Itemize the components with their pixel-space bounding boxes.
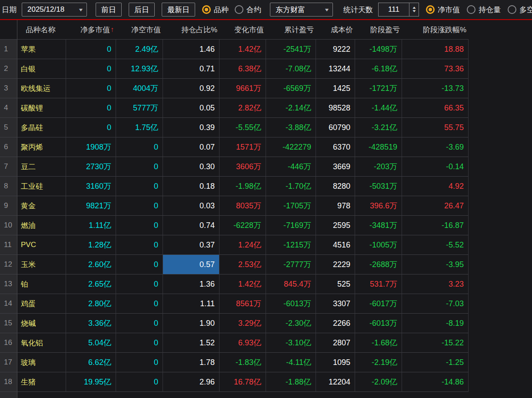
table-cell[interactable]: -6228万 [219,216,266,235]
cell-variety-name[interactable]: 黄金 [17,196,66,216]
table-cell[interactable]: 978 [316,196,355,216]
next-day-button[interactable]: 后日 [129,3,155,17]
table-cell[interactable]: 0 [116,196,163,216]
table-cell[interactable]: -1705万 [266,196,316,216]
row-index[interactable]: 15 [0,314,17,333]
table-cell[interactable]: 0 [66,98,116,118]
table-cell[interactable]: 5777万 [116,98,163,118]
table-cell[interactable]: 0.39 [163,118,219,137]
table-cell[interactable]: 98528 [316,98,355,118]
cell-variety-name[interactable]: 玻璃 [17,353,66,372]
cell-variety-name[interactable]: 欧线集运 [17,79,66,98]
table-cell[interactable]: -13.73 [402,79,469,98]
table-cell[interactable]: -1.83亿 [219,353,266,372]
table-cell[interactable]: 0.30 [163,157,219,177]
header-net-long-value[interactable]: 净多市值↑ [66,20,116,40]
table-cell[interactable]: -428519 [355,137,402,157]
table-cell[interactable]: 66.35 [402,98,469,118]
table-cell[interactable]: -203万 [355,157,402,177]
table-cell[interactable]: 18.88 [402,40,469,59]
table-cell[interactable]: -7169万 [266,216,316,235]
table-cell[interactable]: -3.21亿 [355,118,402,137]
table-cell[interactable]: 12204 [316,372,355,392]
table-cell[interactable]: 0 [116,274,163,294]
table-cell[interactable]: 8280 [316,177,355,196]
table-cell[interactable]: 16.78亿 [219,372,266,392]
row-index[interactable]: 10 [0,216,17,235]
table-cell[interactable]: 3606万 [219,157,266,177]
table-cell[interactable]: 1.11 [163,294,219,314]
cell-variety-name[interactable]: 生猪 [17,372,66,392]
table-cell[interactable]: 2.53亿 [219,255,266,274]
table-cell[interactable]: 1.75亿 [116,118,163,137]
table-cell[interactable]: 0 [116,372,163,392]
table-cell[interactable]: 0 [116,353,163,372]
table-cell[interactable]: -6013万 [355,314,402,333]
table-cell[interactable]: -1.88亿 [266,372,316,392]
table-cell[interactable]: -1498万 [355,40,402,59]
table-row[interactable]: 9黄金9821万00.038035万-1705万978396.6万26.47 [0,196,469,216]
header-cost-price[interactable]: 成本价 [316,20,355,40]
table-cell[interactable]: -1215万 [266,235,316,255]
table-cell[interactable]: 531.7万 [355,274,402,294]
table-row[interactable]: 2白银012.93亿0.716.38亿-7.08亿13244-6.18亿73.3… [0,59,469,79]
table-cell[interactable]: 1425 [316,79,355,98]
row-index[interactable]: 7 [0,157,17,177]
radio-option[interactable]: 持仓量 [467,5,501,15]
table-cell[interactable]: 0 [66,79,116,98]
table-row[interactable]: 13铂2.65亿01.361.42亿845.4万525531.7万3.23 [0,274,469,294]
table-row[interactable]: 14鸡蛋2.80亿01.118561万-6013万3307-6017万-7.03 [0,294,469,314]
table-cell[interactable]: -422279 [266,137,316,157]
table-cell[interactable]: -5.55亿 [219,118,266,137]
table-cell[interactable]: 1.42亿 [219,274,266,294]
cell-variety-name[interactable]: 白银 [17,59,66,79]
table-cell[interactable]: 2.80亿 [66,294,116,314]
table-cell[interactable]: 1.28亿 [66,235,116,255]
table-cell[interactable]: 0 [116,177,163,196]
table-cell[interactable]: -3.88亿 [266,118,316,137]
table-cell[interactable]: -5031万 [355,177,402,196]
table-cell[interactable]: 3160万 [66,177,116,196]
table-cell[interactable]: 0.07 [163,137,219,157]
table-cell[interactable]: 4.92 [402,177,469,196]
table-cell[interactable]: -2541万 [266,40,316,59]
table-cell[interactable]: 0.05 [163,98,219,118]
table-cell[interactable]: 6.93亿 [219,333,266,353]
cell-variety-name[interactable]: 豆二 [17,157,66,177]
table-row[interactable]: 8工业硅3160万00.18-1.98亿-1.70亿8280-5031万4.92 [0,177,469,196]
table-row[interactable]: 10燃油1.11亿00.74-6228万-7169万2595-3481万-16.… [0,216,469,235]
table-cell[interactable]: 2807 [316,333,355,353]
table-cell[interactable]: -6569万 [266,79,316,98]
table-row[interactable]: 7豆二2730万00.303606万-446万3669-203万-0.14 [0,157,469,177]
row-index[interactable]: 6 [0,137,17,157]
header-net-short-value[interactable]: 净空市值 [116,20,163,40]
header-stage-pnl[interactable]: 阶段盈亏 [355,20,402,40]
table-cell[interactable]: 0.03 [163,196,219,216]
table-cell[interactable]: -5.52 [402,235,469,255]
cell-variety-name[interactable]: 鸡蛋 [17,294,66,314]
table-cell[interactable]: 0 [66,118,116,137]
cell-variety-name[interactable]: 燃油 [17,216,66,235]
row-index[interactable]: 18 [0,372,17,392]
table-cell[interactable]: 3307 [316,294,355,314]
table-cell[interactable]: -1.70亿 [266,177,316,196]
spin-down-icon[interactable]: ▼ [412,10,417,13]
cell-variety-name[interactable]: 苹果 [17,40,66,59]
table-cell[interactable]: 0 [116,333,163,353]
table-cell[interactable]: 55.75 [402,118,469,137]
table-cell[interactable]: 1.52 [163,333,219,353]
table-cell[interactable]: -16.87 [402,216,469,235]
table-cell[interactable]: -1721万 [355,79,402,98]
table-cell[interactable]: -6.18亿 [355,59,402,79]
table-cell[interactable]: -3481万 [355,216,402,235]
table-cell[interactable]: 2229 [316,255,355,274]
table-cell[interactable]: 3.29亿 [219,314,266,333]
row-index[interactable]: 12 [0,255,17,274]
cell-variety-name[interactable]: 玉米 [17,255,66,274]
table-cell[interactable]: 0.92 [163,79,219,98]
table-cell[interactable]: -14.86 [402,372,469,392]
table-cell[interactable]: 0.57 [163,255,219,274]
radio-option[interactable]: 合约 [235,5,261,15]
table-cell[interactable]: 0 [116,294,163,314]
table-cell[interactable]: -3.10亿 [266,333,316,353]
